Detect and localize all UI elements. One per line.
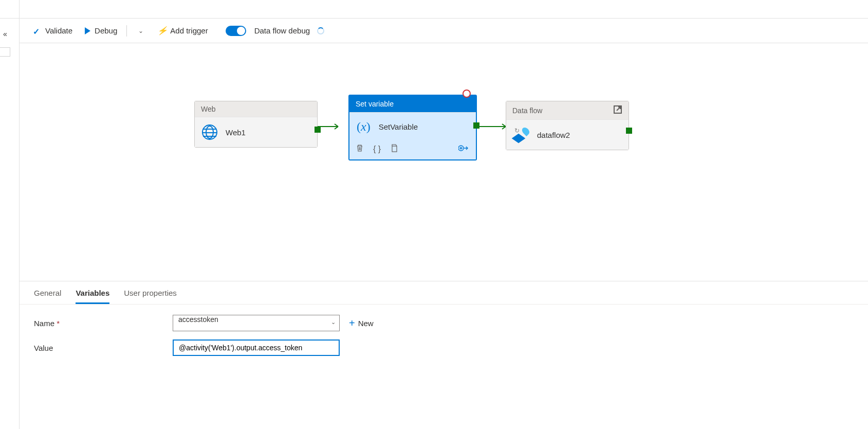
new-label: New xyxy=(358,319,374,328)
variable-icon: x xyxy=(357,120,371,134)
debug-button[interactable]: Debug xyxy=(81,24,121,37)
required-asterisk: * xyxy=(57,319,60,328)
connector-web-to-setvar xyxy=(318,123,348,139)
name-label-text: Name xyxy=(34,319,54,328)
tab-variables[interactable]: Variables xyxy=(76,289,109,304)
activity-web-body: Web1 xyxy=(195,117,317,147)
new-variable-button[interactable]: + New xyxy=(349,317,374,329)
plus-icon: + xyxy=(349,317,355,329)
variables-form: Name * accesstoken ⌄ + New Value xyxy=(20,305,868,374)
check-icon xyxy=(33,27,41,35)
value-label: Value xyxy=(34,344,173,352)
chevron-down-icon: ⌄ xyxy=(136,27,145,34)
validate-button[interactable]: Validate xyxy=(29,24,77,37)
dataflow-icon: ↻ xyxy=(513,127,529,142)
braces-icon[interactable]: { } xyxy=(373,145,381,154)
activity-dataflow-type: Data flow xyxy=(512,106,542,115)
activity-dataflow-body: ↻ dataflow2 xyxy=(506,120,629,150)
bolt-icon xyxy=(158,27,166,35)
toolbar: Validate Debug ⌄ Add trigger Data flow d… xyxy=(20,19,868,43)
tab-general[interactable]: General xyxy=(34,289,61,304)
delete-icon[interactable] xyxy=(356,144,364,154)
add-trigger-label: Add trigger xyxy=(170,26,208,35)
globe-icon xyxy=(202,124,217,140)
add-trigger-button[interactable]: Add trigger xyxy=(154,24,212,37)
activity-web-output-port[interactable] xyxy=(315,127,321,133)
svg-rect-0 xyxy=(392,146,397,152)
side-tab-stub[interactable] xyxy=(0,47,10,57)
debug-dropdown-button[interactable]: ⌄ xyxy=(132,25,150,37)
activity-setvar-title: SetVariable xyxy=(379,122,418,131)
name-label: Name * xyxy=(34,319,173,328)
form-row-value: Value xyxy=(34,339,854,356)
open-dataflow-icon[interactable] xyxy=(613,105,622,116)
dataflow-debug-toggle[interactable] xyxy=(226,26,246,36)
activity-setvar-actions: { } xyxy=(349,141,476,159)
connector-setvar-to-dataflow xyxy=(477,120,508,136)
error-indicator-icon xyxy=(463,90,471,98)
activity-setvar-header: Set variable xyxy=(349,96,476,113)
spinner-icon xyxy=(317,27,324,34)
activity-setvar-output-port[interactable] xyxy=(473,122,479,129)
pipeline-canvas[interactable]: Web Web1 Set variable x SetVariable { } xyxy=(20,43,868,281)
activity-setvar-type: Set variable xyxy=(356,100,394,108)
side-panel-collapsed: « xyxy=(0,0,20,429)
value-input[interactable] xyxy=(173,339,340,356)
activity-dataflow[interactable]: Data flow ↻ dataflow2 xyxy=(506,101,629,150)
debug-label: Debug xyxy=(95,26,117,35)
activity-dataflow-header: Data flow xyxy=(506,101,629,120)
add-arrow-icon[interactable] xyxy=(458,144,470,154)
form-row-name: Name * accesstoken ⌄ + New xyxy=(34,315,854,331)
activity-web-title: Web1 xyxy=(226,128,246,137)
copy-icon[interactable] xyxy=(390,144,398,154)
validate-label: Validate xyxy=(45,26,72,35)
tab-user-properties[interactable]: User properties xyxy=(124,289,177,304)
activity-dataflow-output-port[interactable] xyxy=(626,128,632,134)
activity-dataflow-title: dataflow2 xyxy=(537,131,570,139)
activity-setvar-body: x SetVariable xyxy=(349,113,476,141)
name-select-value: accesstoken xyxy=(173,315,340,331)
activity-web[interactable]: Web Web1 xyxy=(194,101,318,148)
properties-panel: General Variables User properties Name *… xyxy=(20,281,868,429)
activity-web-type: Web xyxy=(201,105,216,113)
properties-tabs: General Variables User properties xyxy=(20,281,868,305)
play-icon xyxy=(85,27,90,34)
expand-panel-button[interactable]: « xyxy=(3,30,7,38)
toolbar-separator xyxy=(126,25,127,37)
dataflow-debug-label: Data flow debug xyxy=(254,26,310,35)
name-select[interactable]: accesstoken ⌄ xyxy=(173,315,340,331)
activity-set-variable[interactable]: Set variable x SetVariable { } xyxy=(348,95,477,160)
activity-web-header: Web xyxy=(195,101,317,117)
tab-bar xyxy=(0,0,868,19)
